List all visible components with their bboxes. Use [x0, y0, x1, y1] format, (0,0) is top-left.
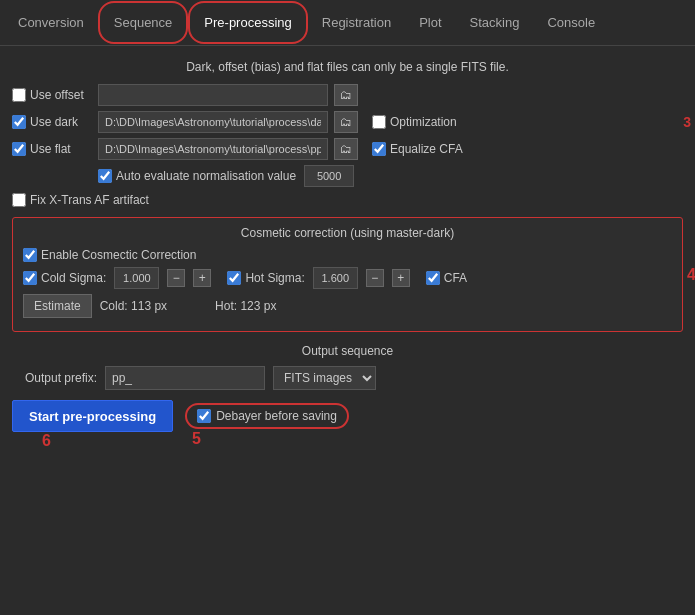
nav-preprocessing[interactable]: Pre-processing: [188, 1, 307, 44]
auto-evaluate-checkbox[interactable]: [98, 169, 112, 183]
debayer-label[interactable]: Debayer before saving: [185, 403, 349, 429]
use-dark-folder-btn[interactable]: 🗂: [334, 111, 358, 133]
output-section: Output sequence Output prefix: FITS imag…: [12, 344, 683, 390]
use-flat-checkbox[interactable]: [12, 142, 26, 156]
hot-sigma-checkbox[interactable]: [227, 271, 241, 285]
output-format-select[interactable]: FITS images TIFF images PNG images: [273, 366, 376, 390]
cosmetic-correction-box: Cosmetic correction (using master-dark) …: [12, 217, 683, 332]
cold-sigma-minus[interactable]: −: [167, 269, 185, 287]
use-offset-path[interactable]: [98, 84, 328, 106]
use-offset-checkbox[interactable]: [12, 88, 26, 102]
annotation-6: 6: [42, 432, 51, 450]
estimate-button[interactable]: Estimate: [23, 294, 92, 318]
output-prefix-input[interactable]: [105, 366, 265, 390]
nav-registration[interactable]: Registration: [308, 3, 405, 42]
optimization-checkbox[interactable]: [372, 115, 386, 129]
hot-text: Hot: 123 px: [215, 299, 276, 313]
hot-sigma-plus[interactable]: +: [392, 269, 410, 287]
enable-cosmetic-label[interactable]: Enable Cosmectic Correction: [23, 248, 196, 262]
fix-xtrans-row: Fix X-Trans AF artifact: [12, 193, 683, 207]
auto-evaluate-value[interactable]: [304, 165, 354, 187]
use-flat-path[interactable]: [98, 138, 328, 160]
start-preprocessing-button[interactable]: Start pre-processing: [12, 400, 173, 432]
sigma-row: Cold Sigma: − + Hot Sigma: − + CFA: [23, 267, 672, 289]
cosmetic-title: Cosmetic correction (using master-dark): [23, 226, 672, 240]
use-dark-checkbox[interactable]: [12, 115, 26, 129]
folder-icon-flat: 🗂: [340, 142, 352, 156]
use-dark-label[interactable]: Use dark: [12, 115, 92, 129]
action-row: Start pre-processing Debayer before savi…: [12, 400, 683, 432]
nav-console[interactable]: Console: [533, 3, 609, 42]
auto-evaluate-label[interactable]: Auto evaluate normalisation value: [98, 169, 296, 183]
cold-sigma-checkbox[interactable]: [23, 271, 37, 285]
use-flat-row: Use flat 🗂 Equalize CFA: [12, 138, 683, 160]
cold-sigma-plus[interactable]: +: [193, 269, 211, 287]
fix-xtrans-label[interactable]: Fix X-Trans AF artifact: [12, 193, 149, 207]
info-bar: Dark, offset (bias) and flat files can o…: [12, 60, 683, 74]
cold-sigma-input[interactable]: [114, 267, 159, 289]
use-flat-folder-btn[interactable]: 🗂: [334, 138, 358, 160]
hot-sigma-label[interactable]: Hot Sigma:: [227, 271, 304, 285]
output-prefix-label: Output prefix:: [12, 371, 97, 385]
nav-plot[interactable]: Plot: [405, 3, 455, 42]
cfa-label[interactable]: CFA: [426, 271, 467, 285]
use-offset-label[interactable]: Use offset: [12, 88, 92, 102]
annotation-3: 3: [683, 114, 691, 130]
estimate-row: Estimate Cold: 113 px Hot: 123 px: [23, 294, 672, 318]
debayer-checkbox[interactable]: [197, 409, 211, 423]
equalize-cfa-label[interactable]: Equalize CFA: [372, 142, 463, 156]
nav-conversion[interactable]: Conversion: [4, 3, 98, 42]
enable-cosmetic-row: Enable Cosmectic Correction: [23, 248, 672, 262]
nav-bar: Conversion Sequence Pre-processing Regis…: [0, 0, 695, 46]
use-dark-row: Use dark 🗂 Optimization 3: [12, 111, 683, 133]
optimization-label[interactable]: Optimization: [372, 115, 457, 129]
cold-sigma-label[interactable]: Cold Sigma:: [23, 271, 106, 285]
output-title: Output sequence: [12, 344, 683, 358]
cold-text: Cold: 113 px: [100, 299, 167, 313]
nav-stacking[interactable]: Stacking: [456, 3, 534, 42]
use-dark-path[interactable]: [98, 111, 328, 133]
folder-icon-dark: 🗂: [340, 115, 352, 129]
output-row: Output prefix: FITS images TIFF images P…: [12, 366, 683, 390]
auto-evaluate-row: Auto evaluate normalisation value: [98, 165, 683, 187]
cfa-checkbox[interactable]: [426, 271, 440, 285]
enable-cosmetic-checkbox[interactable]: [23, 248, 37, 262]
hot-sigma-minus[interactable]: −: [366, 269, 384, 287]
folder-icon: 🗂: [340, 88, 352, 102]
annotation-4: 4: [687, 266, 695, 284]
use-offset-row: Use offset 🗂: [12, 84, 683, 106]
use-flat-label[interactable]: Use flat: [12, 142, 92, 156]
main-content: Dark, offset (bias) and flat files can o…: [0, 46, 695, 440]
annotation-5: 5: [192, 430, 201, 448]
nav-sequence[interactable]: Sequence: [98, 1, 189, 44]
hot-sigma-input[interactable]: [313, 267, 358, 289]
equalize-cfa-checkbox[interactable]: [372, 142, 386, 156]
use-offset-folder-btn[interactable]: 🗂: [334, 84, 358, 106]
fix-xtrans-checkbox[interactable]: [12, 193, 26, 207]
